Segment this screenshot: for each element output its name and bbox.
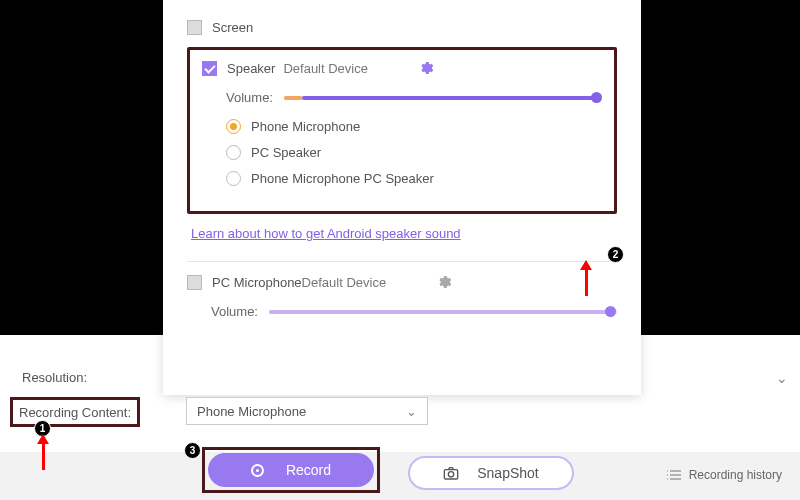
speaker-checkbox[interactable]: [202, 61, 217, 76]
help-link[interactable]: Learn about how to get Android speaker s…: [191, 226, 461, 241]
speaker-volume-row: Volume:: [226, 90, 602, 105]
radio-icon[interactable]: [226, 119, 241, 134]
speaker-device: Default Device: [283, 61, 368, 76]
slider-thumb[interactable]: [591, 92, 602, 103]
screen-label: Screen: [212, 20, 253, 35]
list-icon: [667, 469, 681, 481]
radio-label: Phone Microphone: [251, 119, 360, 134]
radio-icon[interactable]: [226, 171, 241, 186]
gear-icon[interactable]: [418, 274, 452, 290]
recording-content-highlight: Recording Content:: [10, 397, 140, 427]
slider-start-segment: [284, 96, 302, 100]
speaker-section-highlight: Speaker Default Device Volume: Phone Mic…: [187, 47, 617, 214]
volume-label: Volume:: [226, 90, 284, 105]
pc-mic-volume-row: Volume:: [211, 304, 617, 319]
slider-fill: [269, 310, 610, 314]
snapshot-button[interactable]: SnapShot: [408, 456, 574, 490]
resolution-label: Resolution:: [22, 370, 87, 385]
dropdown-value: Phone Microphone: [197, 404, 306, 419]
radio-pc-speaker[interactable]: PC Speaker: [226, 145, 602, 160]
radio-label: Phone Microphone PC Speaker: [251, 171, 434, 186]
screen-checkbox[interactable]: [187, 20, 202, 35]
pc-mic-label: PC Microphone: [212, 275, 302, 290]
record-button-label: Record: [286, 462, 331, 478]
record-button-highlight: Record: [202, 447, 380, 493]
settings-panel: Screen Speaker Default Device Volume: Ph…: [163, 0, 641, 395]
radio-both[interactable]: Phone Microphone PC Speaker: [226, 171, 602, 186]
speaker-volume-slider[interactable]: [284, 96, 602, 100]
radio-phone-mic[interactable]: Phone Microphone: [226, 119, 602, 134]
slider-fill: [302, 96, 596, 100]
speaker-option[interactable]: Speaker Default Device: [202, 60, 602, 76]
recording-content-label: Recording Content:: [19, 405, 131, 420]
radio-label: PC Speaker: [251, 145, 321, 160]
chevron-down-icon: ⌄: [406, 404, 417, 419]
pc-mic-volume-slider[interactable]: [269, 310, 617, 314]
pc-mic-device: Default Device: [302, 275, 387, 290]
divider: [187, 261, 617, 262]
screen-option[interactable]: Screen: [187, 20, 617, 35]
callout-2: 2: [607, 246, 624, 263]
svg-point-1: [449, 472, 454, 477]
camera-icon: [443, 466, 459, 480]
snapshot-button-label: SnapShot: [477, 465, 539, 481]
pc-mic-checkbox[interactable]: [187, 275, 202, 290]
pc-mic-option[interactable]: PC Microphone Default Device: [187, 274, 617, 290]
slider-thumb[interactable]: [605, 306, 616, 317]
record-button[interactable]: Record: [208, 453, 374, 487]
history-label: Recording history: [689, 468, 782, 482]
radio-icon[interactable]: [226, 145, 241, 160]
callout-3: 3: [184, 442, 201, 459]
speaker-label: Speaker: [227, 61, 275, 76]
record-icon: [251, 464, 264, 477]
volume-label: Volume:: [211, 304, 269, 319]
speaker-source-options: Phone Microphone PC Speaker Phone Microp…: [226, 119, 602, 186]
gear-icon[interactable]: [400, 60, 434, 76]
chevron-down-icon[interactable]: ⌄: [776, 370, 788, 386]
recording-content-dropdown[interactable]: Phone Microphone ⌄: [186, 397, 428, 425]
recording-history-link[interactable]: Recording history: [667, 468, 782, 482]
